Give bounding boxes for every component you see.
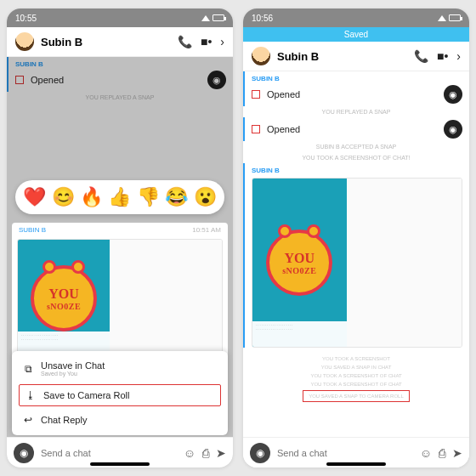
message-status: Opened bbox=[267, 124, 300, 134]
wifi-icon bbox=[201, 15, 210, 21]
opened-indicator-icon bbox=[252, 90, 260, 99]
battery-icon bbox=[212, 14, 224, 21]
snap-image: YOU sNO0ZE · · · · · · · · · · · · · · ·… bbox=[252, 178, 347, 347]
rocket-icon[interactable]: ➤ bbox=[452, 446, 462, 460]
clock-text: 10:55 bbox=[15, 14, 37, 23]
call-icon[interactable]: 📞 bbox=[414, 49, 428, 63]
status-bar: 10:55 bbox=[7, 8, 233, 27]
unsave-icon: ⧉ bbox=[22, 363, 34, 375]
phone-left: 10:55 Subin B 📞 ■• › SUBIN B Opened ◉ YO… bbox=[7, 8, 233, 468]
call-icon[interactable]: 📞 bbox=[178, 35, 192, 48]
reaction-smile[interactable]: 😊 bbox=[52, 186, 75, 208]
chat-body: SUBIN B Opened ◉ YOU REPLAYED A SNAP Ope… bbox=[243, 71, 469, 468]
clock-text: 10:56 bbox=[252, 14, 273, 23]
reaction-thumbsdown[interactable]: 👎 bbox=[137, 186, 160, 208]
snap-card[interactable]: YOU sNO0ZE · · · · · · · · · · · · · · ·… bbox=[17, 239, 223, 358]
snap-card[interactable]: YOU sNO0ZE · · · · · · · · · · · · · · ·… bbox=[252, 178, 462, 348]
chat-header: Subin B 📞 ■• › bbox=[7, 27, 233, 57]
snap-sender: SUBIN B bbox=[245, 163, 469, 174]
message-row[interactable]: Opened ◉ bbox=[245, 82, 469, 106]
camera-button[interactable]: ◉ bbox=[250, 443, 270, 463]
menu-chat-reply[interactable]: ↩ Chat Reply bbox=[12, 408, 228, 432]
gallery-icon[interactable]: ⎙ bbox=[439, 446, 445, 460]
nav-pill[interactable] bbox=[90, 462, 150, 466]
snooze-clock-graphic: YOU sNO0ZE bbox=[31, 265, 97, 332]
camera-button[interactable]: ◉ bbox=[14, 443, 34, 463]
reaction-bar: ❤️ 😊 🔥 👍 👎 😂 😮 bbox=[15, 180, 224, 214]
chevron-right-icon[interactable]: › bbox=[220, 35, 224, 48]
download-icon: ⭳ bbox=[25, 389, 37, 401]
snap-sender: SUBIN B bbox=[19, 226, 46, 234]
battery-icon bbox=[449, 14, 461, 21]
menu-save-to-camera-roll[interactable]: ⭳ Save to Camera Roll bbox=[19, 384, 221, 406]
snooze-clock-graphic: YOU sNO0ZE bbox=[266, 230, 332, 296]
contact-name[interactable]: Subin B bbox=[41, 36, 82, 48]
system-message: YOU TOOK A SCREENSHOT OF CHAT! bbox=[243, 152, 469, 163]
reaction-laugh[interactable]: 😂 bbox=[165, 186, 188, 208]
sender-label: SUBIN B bbox=[245, 71, 469, 82]
reaction-heart[interactable]: ❤️ bbox=[23, 186, 46, 208]
avatar[interactable] bbox=[15, 32, 34, 51]
chat-input[interactable] bbox=[277, 448, 413, 458]
snap-image: YOU sNO0ZE · · · · · · · · · · · · · · ·… bbox=[18, 240, 110, 357]
context-menu: ⧉ Unsave in Chat Saved by You ⭳ Save to … bbox=[12, 351, 228, 435]
reply-icon: ↩ bbox=[22, 414, 34, 426]
snap-timestamp: 10:51 AM bbox=[192, 226, 221, 234]
emoji-icon[interactable]: ☺ bbox=[184, 446, 196, 460]
chat-body: SUBIN B Opened ◉ YOU REPLAYED A SNAP ❤️ … bbox=[7, 57, 233, 468]
highlighted-system-message: YOU SAVED A SNAP TO CAMERA ROLL bbox=[303, 390, 410, 402]
chat-header: Subin B 📞 ■• › bbox=[243, 42, 469, 71]
status-bar: 10:56 bbox=[243, 8, 469, 27]
nav-pill[interactable] bbox=[326, 462, 386, 466]
video-icon[interactable]: ■• bbox=[437, 49, 448, 63]
message-row[interactable]: Opened ◉ bbox=[245, 117, 469, 141]
reaction-thumbsup[interactable]: 👍 bbox=[108, 186, 131, 208]
calendar-strip: · · · · · · · · · · · · · · · · · · · ··… bbox=[252, 321, 347, 347]
camera-badge-icon[interactable]: ◉ bbox=[444, 120, 462, 139]
contact-name[interactable]: Subin B bbox=[277, 50, 319, 63]
chevron-right-icon[interactable]: › bbox=[456, 49, 461, 63]
rocket-icon[interactable]: ➤ bbox=[216, 446, 226, 460]
system-message-stack: YOU TOOK A SCREENSHOT YOU SAVED A SNAP I… bbox=[243, 351, 469, 402]
video-icon[interactable]: ■• bbox=[201, 35, 212, 48]
system-message: SUBIN B ACCEPTED A SNAP bbox=[243, 141, 469, 152]
system-message: YOU REPLAYED A SNAP bbox=[243, 106, 469, 117]
phone-right: 10:56 Saved Subin B 📞 ■• › SUBIN B Opene… bbox=[243, 8, 469, 468]
emoji-icon[interactable]: ☺ bbox=[420, 446, 432, 460]
saved-banner: Saved bbox=[243, 27, 469, 42]
reaction-wow[interactable]: 😮 bbox=[194, 186, 217, 208]
message-status: Opened bbox=[267, 89, 300, 99]
gallery-icon[interactable]: ⎙ bbox=[202, 446, 209, 460]
chat-input[interactable] bbox=[41, 448, 177, 458]
avatar[interactable] bbox=[252, 47, 270, 65]
menu-unsave-in-chat[interactable]: ⧉ Unsave in Chat Saved by You bbox=[12, 354, 228, 382]
reaction-fire[interactable]: 🔥 bbox=[80, 186, 103, 208]
opened-indicator-icon bbox=[252, 125, 260, 133]
wifi-icon bbox=[438, 15, 446, 21]
camera-badge-icon[interactable]: ◉ bbox=[444, 85, 462, 104]
